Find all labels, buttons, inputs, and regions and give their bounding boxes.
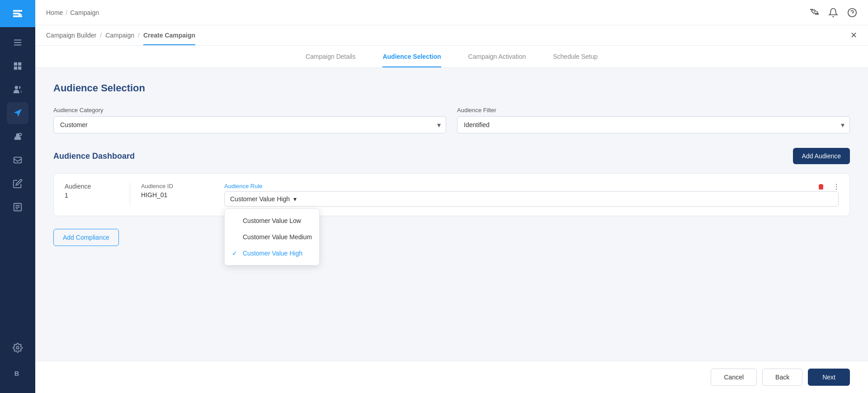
footer: Cancel Back Next: [35, 361, 868, 393]
svg-text:B: B: [14, 370, 19, 377]
svg-rect-2: [14, 42, 22, 43]
svg-point-8: [15, 86, 18, 89]
card-actions: [815, 181, 842, 193]
app-logo[interactable]: [0, 0, 35, 27]
dashboard-title: Audience Dashboard: [53, 152, 135, 161]
rule-option-medium[interactable]: Customer Value Medium: [225, 229, 319, 245]
main-content: Home / Campaign Campaign Builder / Campa…: [35, 0, 868, 393]
audience-card: Audience 1 Audience ID HIGH_01 Audience …: [53, 173, 850, 216]
svg-rect-6: [14, 66, 17, 70]
audience-form-row: Audience Category Customer ▾ Audience Fi…: [53, 107, 850, 133]
svg-rect-3: [14, 45, 22, 46]
sidebar-item-billing[interactable]: B: [7, 362, 28, 384]
audience-filter-select-wrapper: Identified ▾: [457, 116, 850, 133]
breadcrumb-campaign: Campaign: [70, 9, 99, 16]
svg-rect-4: [14, 62, 17, 66]
audience-rule-block: Audience Rule Customer Value High ▾ Cust…: [224, 183, 839, 207]
svg-point-21: [836, 186, 837, 187]
rule-option-high-label: Customer Value High: [243, 250, 302, 257]
rule-option-high[interactable]: ✓ Customer Value High: [225, 245, 319, 261]
tab-audience-selection[interactable]: Audience Selection: [382, 46, 441, 67]
tab-campaign-activation[interactable]: Campaign Activation: [468, 46, 526, 67]
audience-row: Audience 1 Audience ID HIGH_01 Audience …: [65, 183, 839, 207]
audience-category-group: Audience Category Customer ▾: [53, 107, 446, 133]
page-content: Audience Selection Audience Category Cus…: [35, 68, 868, 393]
trash-icon: [817, 183, 825, 191]
rule-option-medium-label: Customer Value Medium: [243, 233, 312, 241]
breadcrumb-campaign-builder[interactable]: Campaign Builder: [46, 32, 96, 39]
audience-rule-label: Audience Rule: [224, 183, 839, 189]
rule-dropdown: Customer Value Low Customer Value Medium…: [224, 208, 320, 265]
topbar: Home / Campaign: [35, 0, 868, 25]
sidebar-item-menu[interactable]: [7, 32, 28, 53]
audience-id-label: Audience ID: [141, 183, 213, 189]
breadcrumb-campaign-sub[interactable]: Campaign: [105, 32, 134, 39]
audience-label-block: Audience 1: [65, 183, 119, 199]
audience-filter-label: Audience Filter: [457, 107, 850, 114]
wizard-tabs: Campaign Details Audience Selection Camp…: [35, 46, 868, 68]
close-button[interactable]: ✕: [850, 31, 857, 39]
add-audience-button[interactable]: Add Audience: [793, 148, 850, 164]
rule-selected-value: Customer Value High: [230, 195, 290, 203]
tab-schedule-setup[interactable]: Schedule Setup: [553, 46, 598, 67]
rule-option-low-label: Customer Value Low: [243, 217, 301, 224]
subheader-breadcrumb: Campaign Builder / Campaign / Create Cam…: [46, 25, 195, 45]
audience-filter-group: Audience Filter Identified ▾: [457, 107, 850, 133]
delete-audience-button[interactable]: [815, 181, 827, 193]
svg-point-22: [836, 189, 837, 189]
rule-select-display[interactable]: Customer Value High ▾: [224, 191, 839, 207]
help-icon[interactable]: [847, 8, 857, 18]
audience-id-value: HIGH_01: [141, 191, 213, 199]
audience-number: 1: [65, 192, 119, 199]
sidebar-item-edit[interactable]: [7, 173, 28, 194]
audience-category-select[interactable]: Customer: [53, 116, 446, 133]
translate-icon[interactable]: [809, 8, 819, 18]
rule-select-wrapper: Customer Value High ▾ Customer Value Low: [224, 191, 839, 207]
audience-category-label: Audience Category: [53, 107, 446, 114]
more-options-button[interactable]: [830, 181, 842, 193]
svg-point-16: [16, 346, 19, 349]
sidebar-item-inbox[interactable]: [7, 149, 28, 171]
sidebar-item-settings[interactable]: [7, 337, 28, 359]
subheader: Campaign Builder / Campaign / Create Cam…: [35, 25, 868, 46]
rule-chevron-icon: ▾: [293, 195, 297, 203]
breadcrumb-home[interactable]: Home: [46, 9, 63, 16]
back-button[interactable]: Back: [762, 369, 802, 386]
svg-rect-5: [18, 62, 21, 66]
sidebar-item-dashboard[interactable]: [7, 55, 28, 77]
breadcrumb-create-campaign: Create Campaign: [143, 32, 195, 45]
next-button[interactable]: Next: [808, 369, 850, 386]
sidebar-item-audience[interactable]: [7, 126, 28, 147]
topbar-icons: [809, 8, 857, 18]
sidebar-item-campaigns[interactable]: [7, 102, 28, 124]
audience-label: Audience: [65, 183, 119, 190]
rule-option-low[interactable]: Customer Value Low: [225, 213, 319, 229]
add-compliance-button[interactable]: Add Compliance: [53, 229, 119, 246]
audience-id-block: Audience ID HIGH_01: [141, 183, 213, 199]
page-title: Audience Selection: [53, 82, 850, 94]
sidebar-item-notes[interactable]: [7, 196, 28, 218]
svg-rect-1: [14, 40, 22, 41]
sidebar: B: [0, 0, 35, 393]
audience-category-select-wrapper: Customer ▾: [53, 116, 446, 133]
dashboard-header: Audience Dashboard Add Audience: [53, 148, 850, 164]
more-icon: [832, 183, 840, 191]
svg-rect-7: [18, 66, 21, 70]
notifications-icon[interactable]: [828, 8, 838, 18]
svg-point-10: [19, 133, 22, 136]
audience-divider: [130, 183, 130, 207]
breadcrumb-sep-1: /: [66, 9, 67, 16]
top-breadcrumb: Home / Campaign: [46, 9, 99, 16]
tab-campaign-details[interactable]: Campaign Details: [306, 46, 356, 67]
cancel-button[interactable]: Cancel: [711, 369, 757, 386]
svg-point-20: [836, 184, 837, 185]
sidebar-item-people[interactable]: [7, 79, 28, 100]
audience-filter-select[interactable]: Identified: [457, 116, 850, 133]
